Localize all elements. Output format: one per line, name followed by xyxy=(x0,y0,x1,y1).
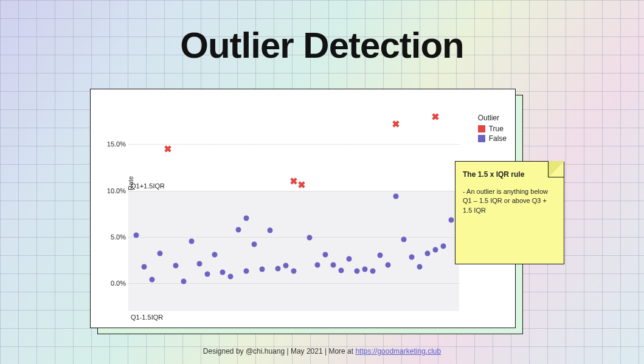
data-point xyxy=(362,267,367,272)
data-point xyxy=(228,274,234,280)
data-point xyxy=(354,269,359,274)
data-point xyxy=(346,256,351,262)
footer: Designed by @chi.huang | May 2021 | More… xyxy=(0,347,644,355)
data-point xyxy=(157,251,162,256)
data-point xyxy=(409,255,415,260)
footer-text: Designed by @chi.huang | May 2021 | More… xyxy=(203,347,356,355)
outlier-point xyxy=(392,120,400,128)
y-tick: 5.0% xyxy=(103,233,126,241)
data-point xyxy=(425,251,431,256)
page-title: Outlier Detection xyxy=(0,24,644,66)
data-point xyxy=(236,227,241,232)
data-point xyxy=(291,269,297,274)
data-point xyxy=(433,247,438,253)
data-point xyxy=(449,218,454,223)
data-point xyxy=(275,266,281,271)
legend-swatch-true xyxy=(478,125,485,132)
data-point xyxy=(196,261,202,266)
data-point xyxy=(306,235,312,241)
data-point xyxy=(244,216,249,221)
data-point xyxy=(133,232,139,238)
data-point xyxy=(393,193,399,199)
iqr-band xyxy=(128,191,459,311)
chart-card: Goal Conversion Rate Q1+1.5IQRQ1-1.5IQR0… xyxy=(90,89,516,328)
data-point xyxy=(204,271,210,276)
data-point xyxy=(417,264,423,269)
outlier-point xyxy=(298,181,305,188)
data-point xyxy=(401,237,407,242)
legend-swatch-false xyxy=(478,135,485,142)
data-point xyxy=(386,262,391,267)
legend-label-true: True xyxy=(489,125,504,133)
data-point xyxy=(149,276,154,282)
data-point xyxy=(322,252,328,257)
legend-item-true: True xyxy=(478,125,507,133)
iqr-upper-label: Q1+1.5IQR xyxy=(131,182,165,190)
scatter-plot: Goal Conversion Rate Q1+1.5IQRQ1-1.5IQR0… xyxy=(128,98,459,320)
data-point xyxy=(441,244,446,249)
y-tick: 0.0% xyxy=(103,280,126,287)
sticky-note: The 1.5 x IQR rule - An outlier is anyth… xyxy=(455,161,564,264)
data-point xyxy=(314,262,320,267)
data-point xyxy=(212,252,218,257)
y-tick: 15.0% xyxy=(103,140,126,148)
legend-item-false: False xyxy=(478,134,507,143)
data-point xyxy=(244,269,249,274)
legend: Outlier True False xyxy=(478,114,507,143)
data-point xyxy=(260,267,265,272)
outlier-point xyxy=(432,113,439,120)
legend-title: Outlier xyxy=(478,114,507,122)
data-point xyxy=(181,278,186,284)
data-point xyxy=(330,262,336,267)
data-point xyxy=(370,269,375,274)
data-point xyxy=(141,264,147,269)
outlier-point xyxy=(290,177,297,185)
data-point xyxy=(378,253,383,258)
note-title: The 1.5 x IQR rule xyxy=(463,170,556,179)
data-point xyxy=(189,239,194,244)
iqr-lower-label: Q1-1.5IQR xyxy=(131,314,163,321)
data-point xyxy=(283,263,289,269)
footer-link[interactable]: https://goodmarketing.club xyxy=(355,347,441,355)
y-tick: 10.0% xyxy=(103,187,126,194)
data-point xyxy=(338,267,344,273)
note-body: - An outlier is anything below Q1 – 1.5 … xyxy=(463,187,556,215)
data-point xyxy=(252,241,257,247)
outlier-point xyxy=(164,145,171,153)
legend-label-false: False xyxy=(489,134,507,143)
data-point xyxy=(268,228,273,233)
data-point xyxy=(220,269,226,275)
data-point xyxy=(173,263,178,269)
